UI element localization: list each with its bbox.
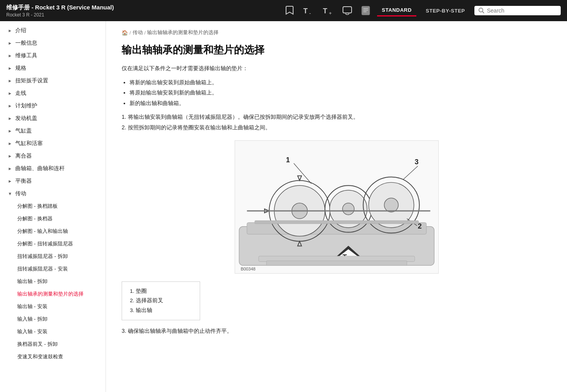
bullet-item: 将新的输出轴安装到原始曲轴箱上。 xyxy=(129,77,551,88)
stepbystep-mode-button[interactable]: STEP-BY-STEP xyxy=(421,5,470,16)
sidebar-item-5[interactable]: ►走线 xyxy=(0,87,106,100)
svg-line-27 xyxy=(403,166,418,180)
main-layout: ►介绍►一般信息►维修工具►规格►扭矩扳手设置►走线►计划维护►发动机盖►气缸盖… xyxy=(0,21,567,392)
intro-text: 仅在满足以下条件之一时才需要选择输出轴的垫片： xyxy=(122,64,551,73)
increase-text-icon: T + xyxy=(323,6,333,15)
comment-button[interactable] xyxy=(340,5,354,16)
sidebar-arrow-11: ► xyxy=(8,166,12,171)
sidebar-item-20[interactable]: 输出轴 - 拆卸 xyxy=(0,275,106,288)
caption-item2: 2. 选择器前叉 xyxy=(130,296,192,305)
search-icon xyxy=(478,7,485,14)
breadcrumb-home[interactable]: 🏠 xyxy=(122,30,128,36)
sidebar-label-25: 换档器前叉 - 拆卸 xyxy=(17,341,58,348)
svg-text:3: 3 xyxy=(414,158,418,166)
sidebar-label-18: 扭转减振阻尼器 - 拆卸 xyxy=(17,253,68,260)
sidebar-item-21[interactable]: 输出轴承的测量和垫片的选择 xyxy=(0,288,106,300)
decrease-text-icon: T - xyxy=(303,6,314,15)
sidebar-item-1[interactable]: ►一般信息 xyxy=(0,37,106,49)
sidebar-item-11[interactable]: ►曲轴箱、曲轴和连杆 xyxy=(0,162,106,175)
note-button[interactable] xyxy=(359,4,372,17)
svg-point-18 xyxy=(342,203,354,215)
sidebar-label-16: 分解图 - 输入和输出轴 xyxy=(17,228,68,235)
sidebar-item-13[interactable]: ▼传动 xyxy=(0,187,106,200)
sidebar-label-11: 曲轴箱、曲轴和连杆 xyxy=(15,165,65,172)
caption-box: 1. 垫圈 2. 选择器前叉 3. 输出轴 xyxy=(122,281,200,320)
decrease-text-button[interactable]: T - xyxy=(301,5,316,16)
sidebar-arrow-10: ► xyxy=(8,154,12,158)
sidebar-label-2: 维修工具 xyxy=(15,52,37,59)
sidebar-item-6[interactable]: ►计划维护 xyxy=(0,100,106,112)
step1: 1. 将输出轴安装到曲轴箱（无扭转减振阻尼器）。确保已按拆卸期间的记录安放两个选… xyxy=(122,113,551,122)
sidebar-item-12[interactable]: ►平衡器 xyxy=(0,175,106,187)
sidebar-arrow-3: ► xyxy=(8,66,12,71)
svg-text:T: T xyxy=(323,7,327,15)
sidebar-item-19[interactable]: 扭转减振阻尼器 - 安装 xyxy=(0,263,106,275)
step3: 3. 确保输出轴轴承与曲轴箱中的止动件齐平。 xyxy=(122,327,551,336)
illustration-svg: 1 3 3 2 T B00348 xyxy=(235,140,439,274)
sidebar-item-2[interactable]: ►维修工具 xyxy=(0,49,106,62)
sidebar-arrow-13: ▼ xyxy=(8,191,12,196)
sidebar-item-17[interactable]: 分解图 - 扭转减振阻尼器 xyxy=(0,238,106,250)
breadcrumb: 🏠 / 传动 / 输出轴轴承的测量和垫片的选择 xyxy=(122,29,551,36)
breadcrumb-current: 输出轴轴承的测量和垫片的选择 xyxy=(147,29,219,36)
sidebar-arrow-7: ► xyxy=(8,116,12,121)
sidebar-label-7: 发动机盖 xyxy=(15,115,37,122)
sidebar-label-23: 输入轴 - 拆卸 xyxy=(17,316,47,323)
sidebar-item-9[interactable]: ►气缸和活塞 xyxy=(0,137,106,150)
bookmark-icon xyxy=(285,5,294,16)
sidebar-label-26: 变速叉和变速鼓检查 xyxy=(17,353,63,360)
caption-item1: 1. 垫圈 xyxy=(130,287,192,296)
page-title: 输出轴轴承的测量和垫片的选择 xyxy=(122,43,551,57)
sidebar-item-4[interactable]: ►扭矩扳手设置 xyxy=(0,74,106,87)
sidebar-arrow-9: ► xyxy=(8,141,12,146)
sidebar-item-10[interactable]: ►离合器 xyxy=(0,150,106,162)
sidebar-item-3[interactable]: ►规格 xyxy=(0,62,106,74)
breadcrumb-sep2: / xyxy=(144,30,146,36)
sidebar-item-25[interactable]: 换档器前叉 - 拆卸 xyxy=(0,338,106,350)
sidebar-label-3: 规格 xyxy=(15,65,26,72)
sidebar-item-23[interactable]: 输入轴 - 拆卸 xyxy=(0,313,106,325)
standard-mode-button[interactable]: STANDARD xyxy=(377,5,416,16)
sidebar-label-21: 输出轴承的测量和垫片的选择 xyxy=(17,290,84,298)
sidebar-item-14[interactable]: 分解图 - 换档踏板 xyxy=(0,200,106,212)
bookmark-button[interactable] xyxy=(283,4,296,17)
sidebar-label-24: 输入轴 - 安装 xyxy=(17,328,47,335)
sidebar-item-8[interactable]: ►气缸盖 xyxy=(0,125,106,137)
sidebar-arrow-2: ► xyxy=(8,53,12,58)
breadcrumb-sep1: / xyxy=(129,30,131,36)
search-input[interactable] xyxy=(487,7,550,14)
sidebar-arrow-4: ► xyxy=(8,78,12,83)
sidebar-label-5: 走线 xyxy=(15,90,26,97)
sidebar-label-14: 分解图 - 换档踏板 xyxy=(17,203,58,210)
search-box xyxy=(474,6,561,15)
breadcrumb-parent[interactable]: 传动 xyxy=(133,29,143,36)
sidebar-item-16[interactable]: 分解图 - 输入和输出轴 xyxy=(0,225,106,238)
svg-text:T: T xyxy=(303,7,308,15)
sidebar-item-26[interactable]: 变速叉和变速鼓检查 xyxy=(0,350,106,363)
sidebar-item-15[interactable]: 分解图 - 换档器 xyxy=(0,212,106,225)
sidebar-item-7[interactable]: ►发动机盖 xyxy=(0,112,106,125)
sidebar-label-4: 扭矩扳手设置 xyxy=(15,77,48,84)
sidebar-label-0: 介绍 xyxy=(15,27,26,34)
sidebar-item-24[interactable]: 输入轴 - 安装 xyxy=(0,325,106,338)
svg-point-21 xyxy=(384,198,398,212)
sidebar-item-22[interactable]: 输出轴 - 安装 xyxy=(0,300,106,313)
increase-text-button[interactable]: T + xyxy=(321,5,335,16)
header: 维修手册 - Rocket 3 R (Service Manual) Rocke… xyxy=(0,0,567,21)
sidebar-label-1: 一般信息 xyxy=(15,40,37,47)
svg-text:1: 1 xyxy=(286,156,290,164)
illustration-container: 1 3 3 2 T B00348 xyxy=(122,140,551,274)
sidebar-arrow-5: ► xyxy=(8,91,12,96)
illustration-wrapper: 1 3 3 2 T B00348 xyxy=(235,140,439,274)
sidebar-label-12: 平衡器 xyxy=(15,178,32,185)
sidebar-label-6: 计划维护 xyxy=(15,102,37,109)
header-title: 维修手册 - Rocket 3 R (Service Manual) xyxy=(6,4,114,11)
svg-rect-33 xyxy=(255,221,419,224)
sidebar-arrow-0: ► xyxy=(8,28,12,33)
sidebar-item-0[interactable]: ►介绍 xyxy=(0,24,106,37)
svg-line-10 xyxy=(483,12,484,13)
sidebar-label-19: 扭转减振阻尼器 - 安装 xyxy=(17,265,68,272)
sidebar-label-20: 输出轴 - 拆卸 xyxy=(17,278,47,285)
sidebar-item-18[interactable]: 扭转减振阻尼器 - 拆卸 xyxy=(0,250,106,263)
svg-rect-4 xyxy=(343,7,352,13)
